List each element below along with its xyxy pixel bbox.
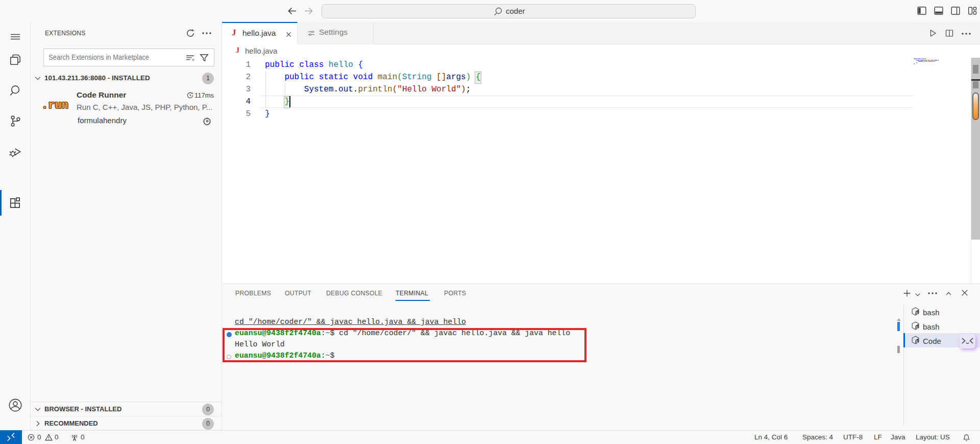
svg-text:$: $ [916,325,918,329]
svg-text:$: $ [916,311,918,315]
svg-text:$: $ [916,340,918,343]
